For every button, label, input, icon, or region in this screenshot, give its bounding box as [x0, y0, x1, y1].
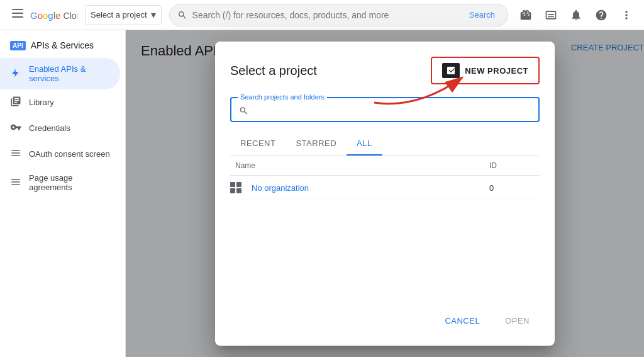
project-selector-text: Select a project	[91, 10, 147, 20]
modal-overlay[interactable]: Select a project NEW PROJECT Search proj…	[126, 30, 644, 357]
tab-all[interactable]: ALL	[347, 132, 382, 156]
page-layout: API APIs & Services Enabled APIs & servi…	[0, 30, 644, 357]
top-navigation: Google Cloud Select a project ▾ Search	[0, 0, 644, 30]
new-project-button[interactable]: NEW PROJECT	[431, 57, 540, 84]
chevron-down-icon: ▾	[151, 9, 156, 21]
sidebar: API APIs & Services Enabled APIs & servi…	[0, 30, 126, 357]
dialog-title: Select a project	[230, 64, 317, 78]
dialog-footer: CANCEL OPEN	[230, 301, 540, 331]
sidebar-item-label: Library	[29, 98, 54, 107]
sidebar-item-page-usage[interactable]: Page usage agreements	[0, 167, 120, 198]
nav-icons	[513, 3, 639, 28]
cancel-button[interactable]: CANCEL	[435, 311, 490, 331]
search-icon	[177, 10, 187, 20]
menu-icon	[12, 8, 23, 22]
google-cloud-logo: Google Cloud	[30, 8, 77, 23]
table-header: Name ID	[230, 156, 540, 176]
select-project-dialog: Select a project NEW PROJECT Search proj…	[215, 42, 555, 346]
bell-icon-button[interactable]	[564, 3, 589, 28]
sidebar-header: API APIs & Services	[0, 35, 125, 58]
col-id-header: ID	[489, 161, 540, 170]
tab-recent[interactable]: RECENT	[230, 132, 286, 156]
svg-text:Google
         Cloud: Google Cloud	[30, 10, 77, 21]
project-search-input[interactable]	[253, 106, 531, 116]
sidebar-item-label: Credentials	[29, 123, 70, 133]
sidebar-item-label: Page usage agreements	[29, 173, 110, 192]
org-name[interactable]: No organization	[247, 183, 489, 193]
search-button[interactable]: Search	[464, 10, 500, 20]
search-field-icon	[239, 106, 248, 116]
org-icon	[230, 182, 242, 193]
search-field-inner	[239, 106, 531, 116]
org-id: 0	[489, 183, 540, 193]
page-usage-icon	[10, 176, 21, 190]
sidebar-item-oauth[interactable]: OAuth consent screen	[0, 141, 120, 167]
oauth-icon	[10, 147, 21, 161]
sidebar-item-label: OAuth consent screen	[29, 149, 110, 159]
new-project-label: NEW PROJECT	[465, 66, 528, 76]
gift-icon-button[interactable]	[513, 3, 538, 28]
enabled-apis-icon	[10, 67, 21, 81]
sidebar-title: APIs & Services	[31, 40, 94, 50]
svg-rect-0	[12, 9, 23, 10]
hamburger-button[interactable]	[5, 3, 30, 28]
library-icon	[10, 96, 21, 109]
dialog-header: Select a project NEW PROJECT	[230, 57, 540, 84]
sidebar-item-enabled-apis[interactable]: Enabled APIs & services	[0, 58, 120, 89]
project-selector[interactable]: Select a project ▾	[85, 5, 162, 25]
svg-rect-1	[12, 13, 23, 14]
search-input[interactable]	[192, 10, 459, 20]
credentials-icon	[10, 122, 21, 135]
project-tabs: RECENT STARRED ALL	[230, 132, 540, 156]
tab-starred[interactable]: STARRED	[286, 132, 347, 156]
svg-rect-2	[12, 16, 23, 18]
global-search-bar[interactable]: Search	[169, 4, 508, 26]
sidebar-item-label: Enabled APIs & services	[29, 64, 110, 83]
search-field-label: Search projects and folders	[238, 93, 327, 101]
more-options-button[interactable]	[614, 3, 639, 28]
sidebar-item-credentials[interactable]: Credentials	[0, 115, 120, 141]
open-button[interactable]: OPEN	[495, 311, 540, 331]
project-search-wrapper[interactable]: Search projects and folders	[230, 97, 540, 122]
sidebar-item-library[interactable]: Library	[0, 89, 120, 115]
new-project-icon	[442, 63, 460, 78]
api-badge: API	[10, 41, 26, 50]
table-row[interactable]: No organization 0	[230, 176, 540, 200]
col-name-header: Name	[230, 161, 489, 170]
terminal-icon-button[interactable]	[538, 3, 564, 28]
help-icon-button[interactable]	[589, 3, 614, 28]
main-content: Enabled APIs & services CREATE PROJECT S…	[126, 30, 644, 357]
